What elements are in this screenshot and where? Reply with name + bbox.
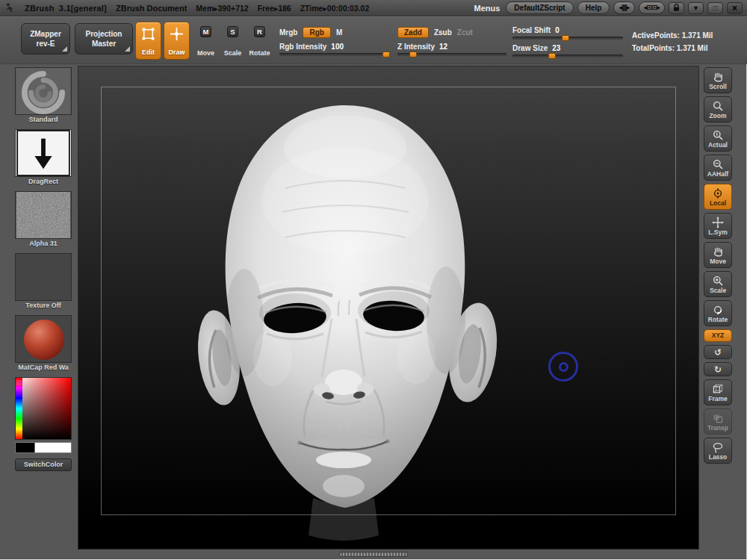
zsub-toggle[interactable]: Zsub xyxy=(434,28,452,37)
sculpt-mode-group: Zadd Zsub Zcut Z Intensity 12 xyxy=(397,26,506,56)
minimize-button[interactable]: ▼ xyxy=(688,2,704,14)
zmapper-button[interactable]: ZMapper rev-E xyxy=(21,23,70,55)
z-intensity-label: Z Intensity xyxy=(397,43,435,51)
projection-master-label: Master xyxy=(92,39,116,49)
draw-size-value: 23 xyxy=(552,44,560,52)
local-button[interactable]: Local xyxy=(704,184,732,210)
aahalf-button[interactable]: AAHalf xyxy=(704,155,732,181)
rgb-intensity-knob[interactable] xyxy=(382,52,390,57)
default-zscript-button[interactable]: DefaultZScript xyxy=(506,1,573,14)
edit-button[interactable]: Edit xyxy=(135,22,161,60)
mem-stat: Mem▸390+712 xyxy=(196,4,248,13)
scale-button[interactable]: S Scale xyxy=(220,22,246,60)
zcut-toggle[interactable]: Zcut xyxy=(457,28,473,37)
move-label: Move xyxy=(197,50,214,57)
total-points: TotalPoints: 1.371 Mil xyxy=(632,42,744,55)
material-thumbnail xyxy=(15,315,72,363)
frame-label: Frame xyxy=(708,396,728,402)
zadd-toggle[interactable]: Zadd xyxy=(397,27,429,38)
zmapper-rev-label: rev-E xyxy=(36,39,55,49)
rotate-button[interactable]: R Rotate xyxy=(247,22,273,60)
focal-shift-track[interactable] xyxy=(512,37,623,40)
color-picker[interactable] xyxy=(15,377,72,453)
alpha-label: Alpha 31 xyxy=(15,239,72,248)
lsym-label: L.Sym xyxy=(708,229,728,236)
scale-key-icon: S xyxy=(227,26,238,37)
scroll-label: Scroll xyxy=(709,84,727,90)
z-intensity-slider: Z Intensity 12 xyxy=(397,42,506,56)
right-shelf: Scroll Zoom Actual AAHalf xyxy=(703,67,733,464)
edit-icon xyxy=(141,27,155,41)
frame-button[interactable]: Frame xyxy=(704,379,732,405)
menus-toggle[interactable]: Menus xyxy=(474,4,500,13)
document-canvas[interactable] xyxy=(78,66,699,550)
horizontal-scrollbar[interactable] xyxy=(339,552,408,557)
saturation-gradient[interactable] xyxy=(16,378,71,439)
m-toggle[interactable]: M xyxy=(336,28,342,37)
alpha-thumbnail xyxy=(15,191,72,239)
app-name: ZBrush xyxy=(25,4,55,13)
scale-nav-button[interactable]: Scale xyxy=(704,271,732,297)
left-tray-toggle-icon[interactable]: ◂||||▸ xyxy=(613,1,634,13)
main-color-swatch[interactable] xyxy=(15,442,35,453)
xyz-button[interactable]: XYZ xyxy=(704,329,732,342)
draw-size-knob[interactable] xyxy=(548,53,556,59)
z-intensity-track[interactable] xyxy=(397,53,506,56)
hand-icon xyxy=(712,246,724,258)
draw-button[interactable]: Draw xyxy=(164,22,190,60)
spin-left-icon: ↺ xyxy=(714,348,722,357)
focal-shift-value: 0 xyxy=(555,26,560,34)
color-picker-area[interactable] xyxy=(15,377,72,440)
active-points: ActivePoints: 1.371 Mil xyxy=(632,29,744,42)
lasso-button[interactable]: Lasso xyxy=(704,438,732,464)
zbrush-logo-icon[interactable] xyxy=(4,2,16,13)
actual-button[interactable]: Actual xyxy=(704,125,732,152)
zoom-button[interactable]: Zoom xyxy=(704,96,732,122)
rgb-intensity-label: Rgb Intensity xyxy=(279,43,326,51)
projection-master-button[interactable]: Projection Master xyxy=(75,23,133,55)
lsym-button[interactable]: L.Sym xyxy=(704,213,732,239)
texture-selector[interactable]: Texture Off xyxy=(15,253,72,310)
switch-color-button[interactable]: SwitchColor xyxy=(15,458,72,471)
spin-right-button[interactable]: ↻ xyxy=(704,362,732,376)
draw-size-slider: Draw Size 23 xyxy=(512,43,623,57)
spin-right-icon: ↻ xyxy=(714,365,722,374)
alpha-noise-icon xyxy=(16,192,71,238)
material-selector[interactable]: MatCap Red Wa xyxy=(15,315,72,372)
hue-strip[interactable] xyxy=(16,378,22,439)
rgb-toggle[interactable]: Rgb xyxy=(303,27,330,38)
color-marker-icon xyxy=(16,380,22,385)
scroll-button[interactable]: Scroll xyxy=(704,67,732,93)
move-nav-label: Move xyxy=(710,258,726,265)
color-mode-group: Mrgb Rgb M Rgb Intensity 100 xyxy=(279,26,390,56)
alpha-selector[interactable]: Alpha 31 xyxy=(15,191,72,248)
magnifier-scale-icon xyxy=(712,275,724,287)
rotate-nav-button[interactable]: Rotate xyxy=(704,300,732,326)
lock-icon xyxy=(673,4,680,12)
popup-corner-icon xyxy=(125,46,130,52)
rgb-intensity-track[interactable] xyxy=(279,53,390,56)
secondary-color-swatch[interactable] xyxy=(35,442,72,453)
move-button[interactable]: M Move xyxy=(193,22,219,60)
brush-selector[interactable]: Standard xyxy=(15,67,72,124)
brush-cursor xyxy=(548,352,578,382)
restore-button[interactable]: □ xyxy=(707,2,723,14)
brush-cursor-inner xyxy=(559,362,568,372)
draw-icon xyxy=(170,27,184,41)
right-tray-toggle-icon[interactable]: ◂⊡⊡▸ xyxy=(639,1,665,13)
stroke-selector[interactable]: DragRect xyxy=(15,129,72,186)
transp-button[interactable]: Transp xyxy=(704,408,732,435)
focal-shift-label: Focal Shift xyxy=(512,26,551,34)
close-button[interactable]: × xyxy=(727,2,743,14)
focal-shift-knob[interactable] xyxy=(562,35,569,41)
z-intensity-knob[interactable] xyxy=(409,52,417,57)
left-shelf: Standard DragRect xyxy=(15,67,72,471)
sculpt-head-model[interactable] xyxy=(147,95,543,543)
symmetry-cross-icon xyxy=(712,217,724,228)
help-button[interactable]: Help xyxy=(577,1,610,14)
move-nav-button[interactable]: Move xyxy=(704,242,732,268)
spin-left-button[interactable]: ↺ xyxy=(704,345,732,359)
lock-button[interactable] xyxy=(669,2,684,14)
draw-size-track[interactable] xyxy=(512,55,623,57)
mrgb-toggle[interactable]: Mrgb xyxy=(279,28,297,37)
